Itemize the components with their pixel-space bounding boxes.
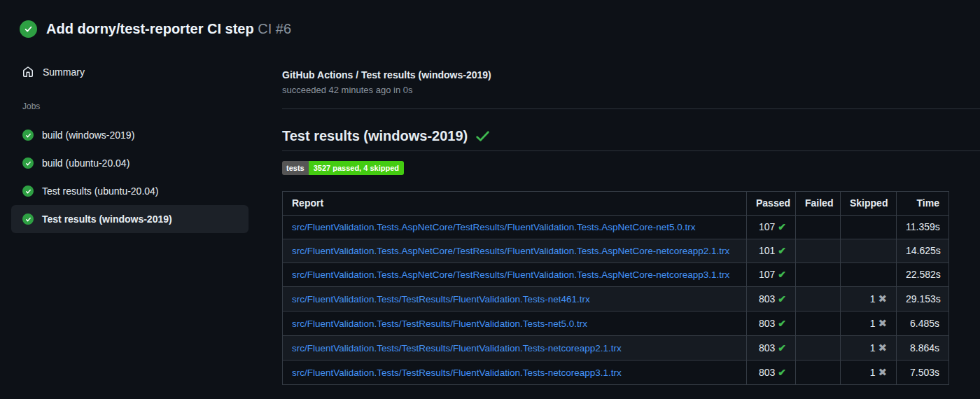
table-header-row: ReportPassedFailedSkippedTime bbox=[283, 192, 949, 216]
report-link[interactable]: src/FluentValidation.Tests.AspNetCore/Te… bbox=[292, 222, 696, 232]
report-link[interactable]: src/FluentValidation.Tests/TestResults/F… bbox=[292, 294, 590, 304]
divider bbox=[282, 150, 980, 151]
passed-count: 803 bbox=[759, 293, 775, 304]
passed-cell: 803✔ bbox=[747, 312, 796, 336]
table-row: src/FluentValidation.Tests/TestResults/F… bbox=[283, 287, 949, 312]
failed-cell bbox=[796, 239, 841, 263]
column-header-passed: Passed bbox=[747, 192, 796, 216]
report-link[interactable]: src/FluentValidation.Tests.AspNetCore/Te… bbox=[292, 246, 729, 256]
check-run-status: succeeded 42 minutes ago in 0s bbox=[282, 85, 980, 96]
sidebar-summary-label: Summary bbox=[43, 66, 85, 78]
report-link[interactable]: src/FluentValidation.Tests.AspNetCore/Te… bbox=[292, 270, 729, 280]
check-circle-icon bbox=[22, 130, 34, 141]
x-icon: ✖ bbox=[878, 293, 887, 304]
time-cell: 14.625s bbox=[897, 239, 949, 263]
skipped-cell bbox=[841, 263, 897, 287]
time-cell: 7.503s bbox=[897, 360, 949, 385]
run-number: CI #6 bbox=[258, 21, 291, 36]
test-results-table: ReportPassedFailedSkippedTime src/Fluent… bbox=[282, 191, 949, 385]
main-content: GitHub Actions / Test results (windows-2… bbox=[282, 69, 980, 385]
check-circle-icon bbox=[22, 158, 34, 169]
failed-cell bbox=[796, 216, 841, 239]
commit-title: Add dorny/test-reporter CI step bbox=[46, 21, 254, 36]
check-icon: ✔ bbox=[778, 269, 786, 280]
skipped-count: 1 bbox=[870, 318, 876, 329]
passed-cell: 803✔ bbox=[747, 336, 796, 360]
failed-cell bbox=[796, 263, 841, 287]
failed-cell bbox=[796, 360, 841, 385]
home-icon bbox=[22, 66, 34, 78]
check-circle-icon bbox=[22, 186, 34, 197]
report-link[interactable]: src/FluentValidation.Tests/TestResults/F… bbox=[292, 318, 587, 329]
table-row: src/FluentValidation.Tests/TestResults/F… bbox=[283, 336, 949, 360]
check-circle-icon bbox=[22, 214, 34, 225]
table-row: src/FluentValidation.Tests.AspNetCore/Te… bbox=[283, 263, 949, 287]
check-icon bbox=[475, 130, 490, 142]
sidebar: Summary Jobs build (windows-2019)build (… bbox=[11, 59, 248, 233]
skipped-cell: 1✖ bbox=[841, 287, 897, 312]
report-link[interactable]: src/FluentValidation.Tests/TestResults/F… bbox=[292, 368, 622, 378]
x-icon: ✖ bbox=[878, 342, 887, 354]
table-row: src/FluentValidation.Tests.AspNetCore/Te… bbox=[283, 216, 949, 239]
skipped-cell: 1✖ bbox=[841, 336, 897, 360]
time-cell: 11.359s bbox=[897, 216, 949, 239]
job-label: build (windows-2019) bbox=[42, 130, 134, 141]
passed-cell: 803✔ bbox=[747, 360, 796, 385]
page-title: Add dorny/test-reporter CI step CI #6 bbox=[46, 21, 291, 37]
time-cell: 6.485s bbox=[897, 312, 949, 336]
report-cell: src/FluentValidation.Tests.AspNetCore/Te… bbox=[283, 263, 747, 287]
report-link[interactable]: src/FluentValidation.Tests/TestResults/F… bbox=[292, 343, 622, 354]
passed-count: 107 bbox=[759, 221, 775, 232]
jobs-heading: Jobs bbox=[11, 102, 248, 111]
check-run-title: GitHub Actions / Test results (windows-2… bbox=[282, 69, 980, 81]
jobs-list: build (windows-2019)build (ubuntu-20.04)… bbox=[11, 121, 248, 233]
skipped-cell bbox=[841, 216, 897, 239]
section-heading: Test results (windows-2019) bbox=[282, 126, 980, 146]
sidebar-job-item[interactable]: Test results (ubuntu-20.04) bbox=[11, 177, 248, 205]
passed-count: 101 bbox=[759, 245, 775, 256]
report-cell: src/FluentValidation.Tests.AspNetCore/Te… bbox=[283, 216, 747, 239]
tests-badge[interactable]: tests 3527 passed, 4 skipped bbox=[282, 161, 404, 175]
badge-label: tests bbox=[282, 161, 309, 175]
report-cell: src/FluentValidation.Tests/TestResults/F… bbox=[283, 287, 747, 312]
passed-count: 803 bbox=[759, 367, 775, 378]
skipped-cell: 1✖ bbox=[841, 312, 897, 336]
table-row: src/FluentValidation.Tests/TestResults/F… bbox=[283, 360, 949, 385]
failed-cell bbox=[796, 312, 841, 336]
column-header-report: Report bbox=[283, 192, 747, 216]
failed-cell bbox=[796, 287, 841, 312]
passed-count: 107 bbox=[759, 269, 775, 280]
column-header-skipped: Skipped bbox=[841, 192, 897, 216]
job-label: Test results (windows-2019) bbox=[42, 214, 172, 225]
skipped-count: 1 bbox=[870, 342, 876, 354]
passed-cell: 101✔ bbox=[747, 239, 796, 263]
sidebar-job-item[interactable]: Test results (windows-2019) bbox=[11, 205, 248, 233]
passed-count: 803 bbox=[759, 318, 775, 329]
column-header-failed: Failed bbox=[796, 192, 841, 216]
check-icon: ✔ bbox=[778, 245, 786, 256]
sidebar-job-item[interactable]: build (windows-2019) bbox=[11, 121, 248, 149]
passed-cell: 107✔ bbox=[747, 263, 796, 287]
sidebar-job-item[interactable]: build (ubuntu-20.04) bbox=[11, 149, 248, 177]
check-circle-icon bbox=[20, 20, 37, 38]
section-title: Test results (windows-2019) bbox=[282, 126, 468, 146]
time-cell: 29.153s bbox=[897, 287, 949, 312]
failed-cell bbox=[796, 336, 841, 360]
table-row: src/FluentValidation.Tests/TestResults/F… bbox=[283, 312, 949, 336]
check-icon: ✔ bbox=[778, 367, 786, 378]
report-cell: src/FluentValidation.Tests/TestResults/F… bbox=[283, 336, 747, 360]
job-label: build (ubuntu-20.04) bbox=[42, 158, 130, 169]
badge-value: 3527 passed, 4 skipped bbox=[309, 161, 404, 175]
sidebar-item-summary[interactable]: Summary bbox=[11, 59, 248, 85]
skipped-count: 1 bbox=[870, 367, 876, 378]
job-label: Test results (ubuntu-20.04) bbox=[42, 186, 159, 197]
run-header: Add dorny/test-reporter CI step CI #6 bbox=[20, 20, 291, 38]
check-icon: ✔ bbox=[778, 318, 786, 329]
x-icon: ✖ bbox=[878, 317, 887, 329]
check-icon: ✔ bbox=[778, 342, 786, 354]
passed-cell: 803✔ bbox=[747, 287, 796, 312]
check-icon: ✔ bbox=[778, 221, 786, 232]
skipped-cell bbox=[841, 239, 897, 263]
table-row: src/FluentValidation.Tests.AspNetCore/Te… bbox=[283, 239, 949, 263]
report-cell: src/FluentValidation.Tests.AspNetCore/Te… bbox=[283, 239, 747, 263]
